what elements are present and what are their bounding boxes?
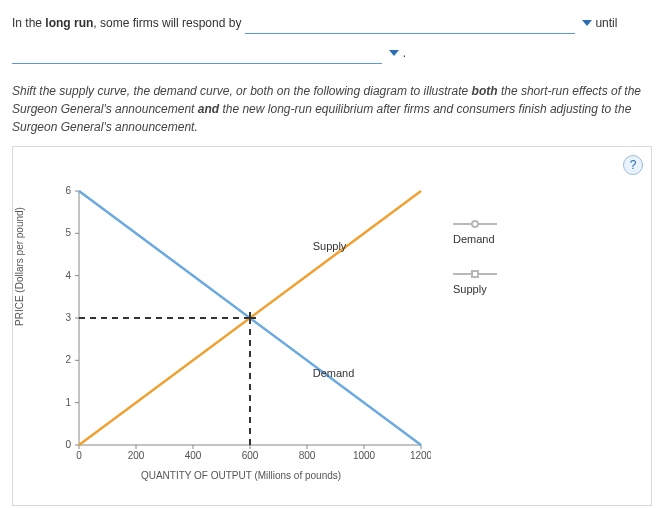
- sentence-bold-longrun: long run: [45, 16, 93, 30]
- svg-text:1: 1: [65, 397, 71, 408]
- svg-text:1200: 1200: [410, 450, 431, 461]
- svg-text:0: 0: [65, 439, 71, 450]
- svg-text:4: 4: [65, 270, 71, 281]
- plot-area[interactable]: 0200400600800100012000123456SupplyDemand…: [51, 185, 431, 475]
- chevron-down-icon[interactable]: [582, 20, 592, 28]
- legend-supply[interactable]: Supply: [453, 267, 497, 295]
- svg-text:600: 600: [242, 450, 259, 461]
- legend: Demand Supply: [453, 217, 497, 317]
- dropdown-blank-1[interactable]: [245, 18, 575, 34]
- help-button[interactable]: ?: [623, 155, 643, 175]
- instructions-text: Shift the supply curve, the demand curve…: [12, 82, 655, 136]
- instr-p1: Shift the supply curve, the demand curve…: [12, 84, 472, 98]
- sentence-line-2: .: [12, 42, 655, 64]
- svg-text:Demand: Demand: [313, 367, 355, 379]
- svg-text:Supply: Supply: [313, 240, 347, 252]
- instr-b2: and: [198, 102, 219, 116]
- svg-marker-1: [389, 50, 399, 56]
- dropdown-blank-2[interactable]: [12, 48, 382, 64]
- sentence-prefix: In the: [12, 16, 45, 30]
- square-icon: [471, 270, 479, 278]
- legend-supply-swatch: [453, 267, 497, 281]
- sentence-after1: until: [595, 16, 617, 30]
- svg-text:6: 6: [65, 185, 71, 196]
- legend-demand-label: Demand: [453, 233, 495, 245]
- svg-text:0: 0: [76, 450, 82, 461]
- x-axis-label: QUANTITY OF OUTPUT (Millions of pounds): [51, 470, 431, 481]
- svg-text:2: 2: [65, 354, 71, 365]
- svg-marker-0: [582, 20, 592, 26]
- chart-container: ? PRICE (Dollars per pound) 020040060080…: [12, 146, 652, 506]
- sentence-line-1: In the long run, some firms will respond…: [12, 12, 655, 34]
- legend-demand-swatch: [453, 217, 497, 231]
- sentence-mid1: , some firms will respond by: [93, 16, 244, 30]
- y-axis-label: PRICE (Dollars per pound): [14, 207, 25, 326]
- svg-text:1000: 1000: [353, 450, 376, 461]
- svg-text:200: 200: [128, 450, 145, 461]
- chevron-down-icon[interactable]: [389, 50, 399, 58]
- svg-text:3: 3: [65, 312, 71, 323]
- sentence-period: .: [403, 46, 406, 60]
- circle-icon: [471, 220, 479, 228]
- instr-b1: both: [472, 84, 498, 98]
- legend-supply-label: Supply: [453, 283, 487, 295]
- legend-demand[interactable]: Demand: [453, 217, 497, 245]
- svg-text:5: 5: [65, 227, 71, 238]
- svg-text:800: 800: [299, 450, 316, 461]
- svg-text:400: 400: [185, 450, 202, 461]
- chart-svg[interactable]: 0200400600800100012000123456SupplyDemand: [51, 185, 431, 475]
